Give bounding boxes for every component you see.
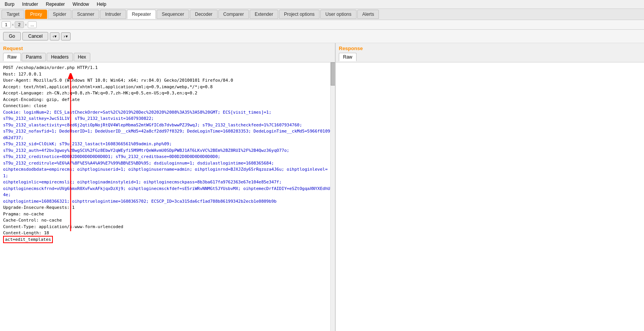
tab-intruder[interactable]: Intruder (100, 10, 126, 19)
request-line-2: User-Agent: Mozilla/5.0 (Windows NT 10.0… (3, 77, 332, 84)
request-title: Request (0, 43, 335, 52)
main-content: Request Raw Params Headers Hex POST /ecs… (0, 43, 644, 331)
request-line-21: Cache-Control: no-cache (3, 217, 332, 224)
tab-comparer[interactable]: Comparer (218, 10, 249, 19)
scrollbar-thumb[interactable] (331, 62, 335, 86)
back-arrow-icon: ‹ (52, 34, 54, 39)
menu-intruder[interactable]: Intruder (20, 1, 39, 8)
request-line-8: sT9u_2132_saltkey=JwcS1L1V; sT9u_2132_la… (3, 116, 332, 122)
request-text-area[interactable]: POST /ecshop/admin/order.php HTTP/1.1Hos… (0, 62, 335, 331)
go-button[interactable]: Go (3, 32, 21, 40)
response-content (336, 62, 644, 331)
request-line-4: Accept-Language: zh-CN,zh;q=0.8,zh-TW;q=… (3, 90, 332, 97)
sub-tab-2[interactable]: 2 (15, 21, 24, 28)
tab-extender[interactable]: Extender (250, 10, 278, 19)
tab-proxy[interactable]: Proxy (25, 10, 47, 19)
menu-window[interactable]: Window (71, 1, 91, 8)
tab-project-options[interactable]: Project options (279, 10, 319, 19)
request-line-15: oihptecmsdodbdata=empirecms; oihptloginu… (3, 166, 332, 179)
forward-dropdown-icon[interactable]: ▾ (66, 34, 68, 39)
request-line-11: sT9u_2132_sid=ClOikK; sT9u_2132_lastact=… (3, 141, 332, 148)
request-line-22: Content-Type: application/x-www-form-url… (3, 224, 332, 230)
request-line-9: sT9u_2132_ulastactivity=c8ed6j2qtiOpNojR… (3, 122, 332, 129)
request-panel: Request Raw Params Headers Hex POST /ecs… (0, 43, 336, 331)
sub-tab-1-close[interactable]: × (12, 23, 14, 27)
request-line-18: oihptlogintime=1608366321; oihpttruelogi… (3, 198, 332, 205)
request-inner-tab-bar: Raw Params Headers Hex (0, 52, 335, 62)
sub-tab-bar: 1 × 2 × ... (0, 20, 644, 30)
response-tab-raw[interactable]: Raw (339, 53, 357, 61)
tab-repeater[interactable]: Repeater (127, 10, 156, 19)
scrollbar-track[interactable] (330, 62, 335, 331)
request-line-14: sT9u_2132_creditrule=%E6%AF%8F%E5%A4%A9%… (3, 160, 332, 167)
tab-sequencer[interactable]: Sequencer (157, 10, 189, 19)
sub-tab-more[interactable]: ... (28, 21, 37, 28)
request-line-10: sT9u_2132_nofavfid=1; DedeUserID=1; Dede… (3, 128, 332, 141)
request-line-20: Pragma: no-cache (3, 211, 332, 218)
request-line-0: POST /ecshop/admin/order.php HTTP/1.1 (3, 65, 332, 71)
tab-alerts[interactable]: Alerts (357, 10, 379, 19)
forward-arrow-icon: › (64, 34, 65, 39)
back-dropdown-icon[interactable]: ▾ (54, 34, 57, 39)
request-line-5: Accept-Encoding: gzip, deflate (3, 97, 332, 103)
request-line-19: Upgrade-Insecure-Requests: 1 (3, 205, 332, 211)
request-line-6: Connection: close (3, 103, 332, 109)
forward-nav[interactable]: › ▾ (61, 32, 71, 40)
request-tab-hex[interactable]: Hex (74, 53, 90, 61)
request-tab-raw[interactable]: Raw (3, 53, 21, 61)
cancel-button[interactable]: Cancel (22, 32, 48, 40)
sub-tab-2-close[interactable]: × (25, 23, 27, 27)
menu-repeater[interactable]: Repeater (44, 1, 66, 8)
request-line-1: Host: 127.0.0.1 (3, 71, 332, 78)
tab-spider[interactable]: Spider (48, 10, 71, 19)
menu-bar: Burp Intruder Repeater Window Help (0, 0, 644, 9)
request-line-17: oihptloginecmsckfrnd=vUVg6hmxR0XvFwxAFkj… (3, 186, 332, 198)
menu-help[interactable]: Help (95, 1, 108, 8)
request-line-16: oihpteloginlic=empirecmslic; oihptlogina… (3, 179, 332, 186)
tab-decoder[interactable]: Decoder (190, 10, 217, 19)
tab-user-options[interactable]: User options (320, 10, 356, 19)
response-inner-tab-bar: Raw (336, 52, 644, 62)
tab-target[interactable]: Target (2, 10, 24, 19)
request-tab-headers[interactable]: Headers (47, 53, 73, 61)
response-title: Response (336, 43, 644, 52)
request-line-3: Accept: text/html,application/xhtml+xml,… (3, 84, 332, 91)
sub-tab-1[interactable]: 1 (2, 21, 11, 28)
request-content: POST /ecshop/admin/order.php HTTP/1.1Hos… (0, 62, 335, 331)
request-line-7: Cookie: loginNum=2; ECS_LastCheckOrder=S… (3, 109, 332, 116)
main-tab-bar: Target Proxy Spider Scanner Intruder Rep… (0, 9, 644, 20)
request-line-12: sT9u_2132_auth=4f2bv3gwoy%2BwgSCU%2FGz8E… (3, 148, 332, 154)
back-nav[interactable]: ‹ ▾ (50, 32, 59, 40)
request-line-13: sT9u_2132_creditnotice=0D0D2D0D0D0D0D0D0… (3, 154, 332, 160)
toolbar: Go Cancel ‹ ▾ › ▾ (0, 30, 644, 43)
tab-scanner[interactable]: Scanner (72, 10, 100, 19)
menu-burp[interactable]: Burp (3, 1, 16, 8)
request-line-25: act=edit_templates (3, 237, 332, 243)
response-panel: Response Raw (336, 43, 644, 331)
request-tab-params[interactable]: Params (22, 53, 46, 61)
